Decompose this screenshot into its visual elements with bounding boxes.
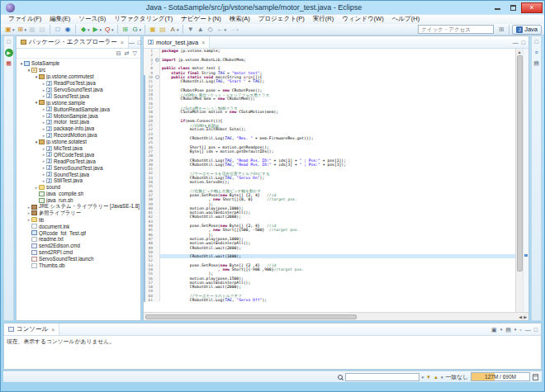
external-tools-button[interactable]: ◆▾: [78, 24, 91, 35]
save-button[interactable]: ▦: [27, 24, 37, 35]
quick-access-input[interactable]: [418, 25, 494, 34]
view-menu-icon[interactable]: ▽: [133, 50, 137, 56]
pin-console-icon[interactable]: ▫: [519, 327, 521, 333]
tree-item[interactable]: ▸JReadPosTest.java: [17, 158, 140, 164]
task-list-view-icon[interactable]: ▤: [533, 59, 541, 68]
chevron-down-icon[interactable]: ▾: [422, 375, 424, 380]
code-line[interactable]: 30 CRobotUtil.Log(TAG, "Read Pos. ID:" +…: [144, 163, 515, 167]
open-perspective-button[interactable]: ⊞: [496, 24, 506, 35]
chevron-down-icon[interactable]: ▾: [88, 27, 90, 32]
menu-item-1[interactable]: ファイル(F): [4, 15, 45, 23]
tree-item[interactable]: Thumbs.db: [17, 262, 140, 269]
run-view-icon[interactable]: ▶: [5, 49, 13, 57]
maximize-view-icon[interactable]: □: [138, 40, 141, 45]
tree-item[interactable]: ▸JReadPosTest.java: [17, 80, 140, 87]
find-previous-icon[interactable]: ▲: [434, 375, 438, 380]
tree-item[interactable]: ServoSoundTest.launch: [17, 256, 140, 262]
tree-item[interactable]: send2Edison.cmd: [17, 243, 140, 249]
menu-item-8[interactable]: 実行(R): [309, 15, 338, 23]
tree-item[interactable]: ▾jp.vstone.commutest: [17, 73, 140, 80]
code-line[interactable]: 24 CRobotUtil.Log(TAG, "Rev. " + mem.Fir…: [144, 136, 515, 140]
minimize-view-icon[interactable]: —: [513, 40, 519, 45]
menu-item-4[interactable]: リファクタリング(T): [110, 15, 177, 23]
tree-item[interactable]: ▾jp.vstone.sample: [17, 99, 140, 106]
console-tab[interactable]: コンソール ×: [4, 324, 59, 335]
prev-annotation-button[interactable]: ▲: [196, 24, 206, 35]
minimize-view-icon[interactable]: —: [525, 327, 531, 333]
tree-item[interactable]: ▸JSoundTest.java: [17, 92, 140, 99]
minimize-button[interactable]: [490, 2, 505, 13]
tree-item[interactable]: ▸lib: [17, 216, 140, 223]
open-console-icon[interactable]: ▣: [491, 327, 497, 333]
code-line[interactable]: 49 CRobotUtil.wait(2000);: [144, 245, 515, 249]
tree-item[interactable]: ▸JButtonReadSample.java: [17, 106, 140, 112]
last-edit-location-button[interactable]: ◇: [206, 24, 216, 35]
menu-item-3[interactable]: ソース(S): [74, 15, 110, 23]
vertical-scroll-thumb[interactable]: [517, 55, 523, 272]
code-line[interactable]: 51 CRobotUtil.wait(1000);: [144, 254, 515, 258]
code-line[interactable]: 1package jp.vstone.sample;: [144, 49, 515, 53]
menu-item-6[interactable]: 検索(A): [225, 15, 254, 23]
search-options-icon[interactable]: ▾: [441, 375, 443, 380]
forward-button[interactable]: →▾: [227, 24, 239, 35]
code-line[interactable]: 61 CRobotUtil.Log(TAG, "Servo Off");: [144, 298, 515, 302]
chevron-down-icon[interactable]: ▾: [225, 27, 227, 32]
tree-item[interactable]: ▸JQRCodeTest.java: [17, 151, 140, 158]
close-button[interactable]: ×: [521, 2, 543, 13]
next-annotation-button[interactable]: ▼: [186, 24, 196, 35]
garbage-collect-icon[interactable]: [533, 374, 538, 380]
new-java-project-button[interactable]: ⊞▾: [16, 24, 28, 35]
chevron-down-icon[interactable]: ▾: [12, 27, 15, 32]
close-icon[interactable]: ×: [121, 40, 124, 45]
code-line[interactable]: 3+import jp.vstone.RobotLib.CRobotMem;: [144, 58, 515, 62]
menu-item-5[interactable]: ナビゲート(N): [177, 15, 225, 23]
display-console-icon[interactable]: ▤: [505, 327, 511, 333]
tree-item[interactable]: ▸参照ライブラリー: [17, 210, 140, 216]
new-class-button[interactable]: ⊞: [121, 24, 130, 35]
tree-item[interactable]: ▸JSoundTest.java: [17, 171, 140, 177]
menu-item-9[interactable]: ウィンドウ(W): [338, 15, 387, 23]
code-area[interactable]: 1package jp.vstone.sample;23+import jp.v…: [144, 49, 515, 312]
chevron-down-icon[interactable]: ▾: [140, 27, 142, 32]
code-line[interactable]: 34 motion.ServoOn();: [144, 180, 515, 184]
scroll-left-icon[interactable]: ◀: [519, 314, 522, 319]
tree-item[interactable]: ▸JMicTest.java: [17, 145, 140, 152]
outline-view-icon[interactable]: ≡: [533, 49, 541, 57]
java-perspective-button[interactable]: J Java: [512, 25, 542, 35]
update-button[interactable]: ◉: [63, 24, 73, 35]
tree-item[interactable]: ▾src: [17, 67, 140, 73]
chevron-down-icon[interactable]: ▾: [236, 27, 239, 32]
chevron-down-icon[interactable]: ▾: [500, 327, 503, 332]
maximize-view-icon[interactable]: □: [522, 40, 525, 45]
tree-item[interactable]: ▸sound: [17, 184, 140, 191]
code-line[interactable]: 18 CSotaMotion motion = new CSotaMotion(…: [144, 110, 515, 114]
editor-tab-motor-test[interactable]: J motor_test.java ×: [144, 36, 210, 48]
tree-item[interactable]: ▾jp.vstone.sotatest: [17, 139, 140, 145]
scroll-right-icon[interactable]: ▶: [524, 314, 527, 319]
menu-item-7[interactable]: プロジェクト(P): [254, 15, 309, 23]
close-icon[interactable]: ×: [201, 40, 205, 45]
menu-item-2[interactable]: 編集(E): [45, 15, 74, 23]
tree-item[interactable]: ▸JServoSoundTest.java: [17, 87, 140, 93]
tree-item[interactable]: ▸JStillTest.java: [17, 177, 140, 184]
tree-item[interactable]: ▸Jpackage-info.java: [17, 125, 140, 132]
tree-item[interactable]: ▸JMotionSample.java: [17, 112, 140, 119]
scroll-up-icon[interactable]: ▲: [518, 49, 522, 55]
code-line[interactable]: 27 Byte[] ids = motion.getDefaultIDs();: [144, 149, 515, 153]
debug-view-button[interactable]: □: [53, 24, 63, 35]
tree-item[interactable]: document.lnk: [17, 223, 140, 229]
code-line[interactable]: 22 motion.InitRobot_Sota();: [144, 127, 515, 131]
open-resource-button[interactable]: ▤: [158, 24, 168, 35]
run-button[interactable]: ▶▾: [91, 24, 103, 35]
status-search-input[interactable]: [345, 373, 419, 381]
coverage-button[interactable]: Q▾: [102, 24, 115, 35]
chevron-down-icon[interactable]: ▾: [111, 27, 114, 32]
menu-item-10[interactable]: ヘルプ(H): [388, 15, 424, 23]
tree-item[interactable]: ▾SotaSample: [17, 60, 140, 67]
chevron-down-icon[interactable]: ▾: [514, 327, 517, 332]
current-line-marker[interactable]: [524, 254, 528, 257]
close-icon[interactable]: ×: [51, 327, 54, 333]
restore-views-icon[interactable]: □: [533, 38, 541, 46]
code-line[interactable]: 11 CRobotUtil.Log(TAG, "Start " + TAG);: [144, 79, 515, 83]
tree-item[interactable]: ▸JRecordMotion.java: [17, 132, 140, 139]
